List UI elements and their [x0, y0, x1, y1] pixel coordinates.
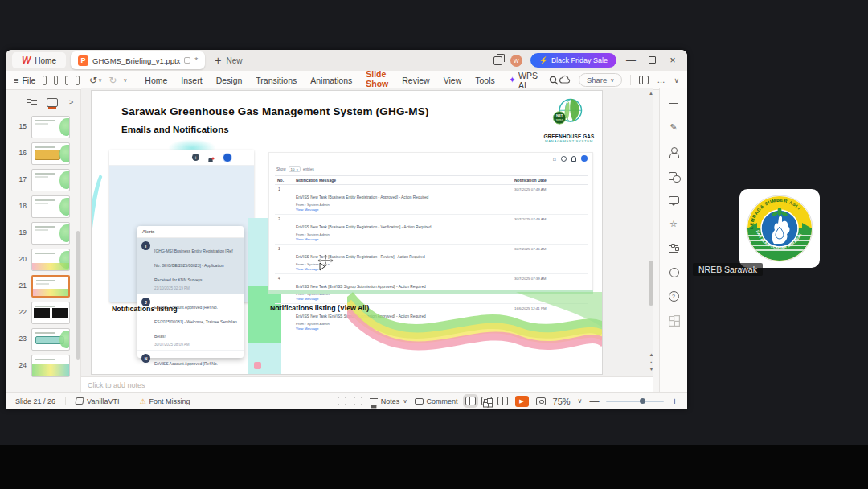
undo-icon[interactable]: ↺ — [89, 75, 97, 86]
menu-view[interactable]: View — [444, 76, 462, 85]
help-icon[interactable] — [669, 291, 679, 302]
zoom-dropdown-icon[interactable]: ∨ — [578, 397, 583, 405]
normal-view-icon[interactable] — [465, 397, 476, 405]
theme-indicator[interactable]: VanillaVTI — [76, 397, 119, 405]
scroll-up-icon[interactable]: ▲ — [649, 91, 653, 96]
font-missing-warning[interactable]: ⚠ Font Missing — [139, 397, 190, 405]
home-tab[interactable]: W Home — [12, 52, 66, 68]
next-slide-icon[interactable]: ▼ — [649, 367, 654, 372]
task-pane-icon[interactable] — [639, 76, 649, 84]
notes-toggle[interactable]: Notes ∨ — [370, 397, 407, 405]
collapse-sidebar-icon[interactable] — [669, 98, 679, 109]
wps-window: W Home P GHGMS_Briefing_v1.pptx * + New … — [6, 50, 687, 409]
signature-icon[interactable] — [669, 146, 679, 157]
history-icon[interactable] — [669, 267, 679, 277]
slide-view-icon[interactable] — [47, 98, 58, 107]
menu-transitions[interactable]: Transitions — [256, 76, 297, 85]
modified-indicator: * — [194, 56, 198, 65]
account-avatar[interactable]: W — [510, 55, 522, 67]
manage-windows-icon[interactable] — [493, 56, 502, 65]
file-menu[interactable]: ≡ File — [14, 76, 35, 85]
previous-slide-icon[interactable]: ▲ — [649, 352, 654, 357]
share-label: Share — [587, 76, 607, 84]
cloud-sync-icon[interactable] — [559, 75, 571, 85]
thumbnail-scrollbar[interactable] — [76, 231, 80, 360]
slide-thumb-17[interactable]: 17 — [6, 169, 80, 191]
minimize-button[interactable]: — — [624, 55, 637, 66]
alert-item[interactable]: T [GHG-MS] Business Entity Registration … — [137, 238, 244, 294]
fit-slide-icon[interactable] — [536, 397, 546, 405]
print-preview-icon[interactable] — [76, 76, 80, 85]
editor-scrollbar[interactable]: ▲ ▲ ▪ ▼ — [648, 90, 655, 375]
slide-nav-icon[interactable]: ▪ — [651, 360, 653, 364]
alert-item[interactable]: N EnVISS Account Approved [Ref No. ES/20… — [137, 351, 244, 375]
settings-sliders-icon[interactable] — [669, 243, 679, 253]
start-from-slide-icon[interactable] — [354, 397, 362, 405]
alerts-dropdown: Alerts T [GHG-MS] Business Entity Regist… — [137, 226, 244, 358]
reading-view-icon[interactable] — [497, 397, 508, 405]
collapse-panel-icon[interactable]: > — [69, 98, 73, 106]
participant-tile[interactable]: LEMBAGA SUMBER ASLI DAN ALAM SEKITAR SAR… — [690, 183, 863, 280]
slide-thumb-18[interactable]: 18 — [6, 195, 80, 218]
zoom-in-button[interactable]: + — [671, 395, 678, 407]
slide-thumb-16[interactable]: 16 — [6, 142, 80, 165]
menu-animations[interactable]: Animations — [310, 76, 352, 85]
outline-view-icon[interactable] — [27, 98, 37, 107]
zoom-slider-knob[interactable] — [640, 398, 645, 404]
slide-thumb-20[interactable]: 20 — [6, 249, 80, 271]
slide-thumb-21-selected[interactable]: 21 — [6, 275, 80, 298]
document-tab[interactable]: P GHGMS_Briefing_v1.pptx * — [71, 51, 205, 69]
zoom-level[interactable]: 75% — [553, 397, 571, 406]
collapse-ribbon-icon[interactable]: ∨ — [674, 76, 679, 84]
entries-select[interactable]: 10∨ — [289, 166, 301, 172]
menu-tools[interactable]: Tools — [475, 76, 495, 85]
menu-review[interactable]: Review — [402, 76, 429, 85]
zoom-slider[interactable] — [606, 401, 664, 402]
slide-thumb-15[interactable]: 15 — [6, 116, 80, 138]
comment-button[interactable]: Comment — [415, 397, 458, 405]
view-message-link[interactable]: View Message — [296, 237, 510, 241]
slide-thumb-23[interactable]: 23 — [6, 328, 80, 351]
new-tab-label: New — [226, 56, 242, 65]
menu-design[interactable]: Design — [216, 76, 243, 85]
apps-grid-icon[interactable] — [669, 315, 679, 326]
alert-item[interactable]: J EnVISS Account Approved [Ref No. ES/20… — [137, 294, 244, 351]
edit-tools-icon[interactable]: ✎ — [669, 122, 679, 133]
redo-icon[interactable]: ↻ — [108, 75, 117, 86]
menu-wps-ai[interactable]: ✦ WPS AI — [509, 71, 538, 90]
shapes-icon[interactable] — [669, 171, 679, 181]
view-message-link[interactable]: View Message — [296, 208, 510, 212]
scrollbar-thumb[interactable] — [649, 261, 653, 306]
ghgms-globe-icon: NET 2050 — [551, 96, 587, 129]
slide-thumb-24[interactable]: 24 — [6, 355, 80, 377]
slide-thumb-19[interactable]: 19 — [6, 222, 80, 244]
print-icon[interactable] — [65, 76, 69, 85]
slide-sorter-view-icon[interactable] — [481, 397, 492, 405]
promo-button[interactable]: ⚡ Black Friday Sale — [530, 53, 616, 68]
zoom-out-button[interactable]: — — [589, 396, 599, 407]
notes-area[interactable]: Click to add notes — [81, 376, 653, 392]
search-icon[interactable] — [549, 76, 559, 85]
menu-home[interactable]: Home — [145, 76, 167, 85]
slideshow-play-button[interactable]: ▶ — [515, 396, 529, 407]
page-setup-icon[interactable] — [338, 397, 346, 405]
menu-insert[interactable]: Insert — [181, 76, 202, 85]
save-icon[interactable] — [43, 76, 47, 85]
slide-canvas[interactable]: Sarawak Greenhouse Gas Management System… — [91, 90, 603, 375]
alert-date: 30/07/2025 08:09 AM — [154, 343, 240, 347]
comment-icon — [415, 398, 424, 405]
more-tools-icon[interactable]: … — [657, 76, 665, 84]
undo-dropdown-icon[interactable]: ∨ — [98, 77, 102, 84]
comment-panel-icon[interactable] — [669, 195, 679, 205]
lightning-icon: ⚡ — [539, 56, 548, 64]
slide-thumb-22[interactable]: 22 — [6, 302, 80, 324]
favorites-icon[interactable]: ☆ — [669, 219, 679, 229]
export-icon[interactable] — [54, 76, 58, 85]
caption-right: Notifications listing (View All) — [270, 304, 369, 312]
document-title: GHGMS_Briefing_v1.pptx — [92, 56, 180, 65]
close-button[interactable]: × — [666, 55, 679, 66]
quickbar-chevron-icon[interactable]: ∨ — [123, 77, 127, 84]
share-button[interactable]: Share ∨ — [579, 73, 622, 87]
restore-button[interactable] — [645, 55, 658, 66]
new-tab-button[interactable]: + New — [215, 54, 242, 67]
